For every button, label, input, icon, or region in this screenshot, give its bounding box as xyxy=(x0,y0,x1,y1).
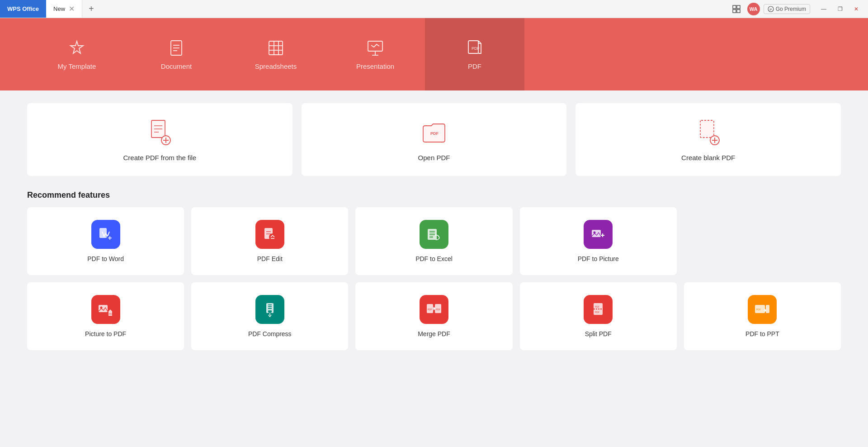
premium-button[interactable]: P Go Premium xyxy=(764,4,810,14)
feature-pdf-to-word[interactable]: PDF to Word xyxy=(27,207,184,275)
feature-pdf-edit[interactable]: PDF Edit xyxy=(191,207,348,275)
svg-rect-46 xyxy=(429,236,433,238)
wps-logo[interactable]: WPS Office xyxy=(0,0,46,18)
avatar[interactable]: WA xyxy=(747,3,760,15)
feature-picture-to-pdf[interactable]: PDF Picture to PDF xyxy=(27,282,184,350)
nav-presentation-label: Presentation xyxy=(356,62,394,70)
close-window-button[interactable]: ✕ xyxy=(848,3,864,15)
svg-rect-1 xyxy=(737,5,740,9)
svg-text:P: P xyxy=(769,7,772,11)
tab-label: New xyxy=(53,5,65,12)
svg-marker-6 xyxy=(71,41,83,53)
feature-pdf-to-excel[interactable]: PDF to Excel xyxy=(355,207,512,275)
svg-text:PDF: PDF xyxy=(756,308,761,311)
nav-spreadsheets-label: Spreadsheets xyxy=(255,62,297,70)
create-blank-pdf-label: Create blank PDF xyxy=(681,154,735,162)
top-cards-row: Create PDF from the file PDF Open PDF Cr… xyxy=(27,103,841,176)
feature-pdf-to-ppt[interactable]: PDF PDF to PPT xyxy=(684,282,841,350)
create-pdf-from-file-card[interactable]: Create PDF from the file xyxy=(27,103,292,176)
restore-button[interactable]: ❐ xyxy=(832,3,848,15)
nav-pdf-label: PDF xyxy=(468,62,481,70)
svg-text:PDF: PDF xyxy=(595,305,599,308)
create-blank-pdf-card[interactable]: Create blank PDF xyxy=(576,103,841,176)
titlebar: WPS Office New ✕ + WA P Go Premium — ❐ ✕ xyxy=(0,0,868,18)
titlebar-right: WA P Go Premium — ❐ ✕ xyxy=(729,2,868,16)
svg-rect-56 xyxy=(268,310,272,312)
close-tab-icon[interactable]: ✕ xyxy=(69,5,75,13)
svg-text:PDF: PDF xyxy=(430,131,439,136)
svg-text:PDF: PDF xyxy=(436,308,440,311)
svg-point-40 xyxy=(269,233,276,241)
open-pdf-label: Open PDF xyxy=(418,154,450,162)
feature-picture-to-pdf-label: Picture to PDF xyxy=(85,330,126,338)
window-controls: — ❐ ✕ xyxy=(816,3,864,15)
svg-text:PDF: PDF xyxy=(428,308,432,311)
nav-document[interactable]: Document xyxy=(127,18,226,90)
category-navbar: My Template Document Spreadsheets Presen xyxy=(0,18,868,90)
features-row2: PDF Picture to PDF PDF Com xyxy=(27,282,841,350)
feature-merge-pdf[interactable]: PDF PDF Merge PDF xyxy=(355,282,512,350)
feature-pdf-to-word-label: PDF to Word xyxy=(87,255,124,262)
nav-spreadsheets[interactable]: Spreadsheets xyxy=(226,18,326,90)
new-tab[interactable]: New ✕ xyxy=(46,0,82,18)
feature-pdf-to-picture-label: PDF to Picture xyxy=(578,255,619,262)
nav-presentation[interactable]: Presentation xyxy=(326,18,425,90)
svg-rect-31 xyxy=(700,120,714,138)
svg-rect-0 xyxy=(733,5,736,9)
feature-merge-pdf-label: Merge PDF xyxy=(418,330,450,338)
recommend-section-title: Recommend features xyxy=(27,190,841,200)
layout-icon[interactable] xyxy=(729,2,744,16)
feature-pdf-compress[interactable]: PDF Compress xyxy=(191,282,348,350)
feature-pdf-compress-label: PDF Compress xyxy=(248,330,292,338)
nav-pdf[interactable]: PDF PDF xyxy=(425,18,524,90)
main-content: Create PDF from the file PDF Open PDF Cr… xyxy=(0,90,868,447)
svg-rect-2 xyxy=(733,10,736,13)
new-tab-button[interactable]: + xyxy=(82,0,100,18)
empty-slot-1 xyxy=(684,207,841,275)
feature-pdf-to-excel-label: PDF to Excel xyxy=(415,255,453,262)
svg-rect-44 xyxy=(429,231,435,233)
features-row1: PDF to Word PDF Edit xyxy=(27,207,841,275)
feature-pdf-to-ppt-label: PDF to PPT xyxy=(745,330,779,338)
svg-text:PDF: PDF xyxy=(109,313,113,315)
create-pdf-from-file-label: Create PDF from the file xyxy=(123,154,196,162)
svg-rect-45 xyxy=(429,233,435,235)
minimize-button[interactable]: — xyxy=(816,3,832,15)
svg-rect-3 xyxy=(737,10,740,13)
feature-split-pdf[interactable]: PDF PDF Split PDF xyxy=(520,282,677,350)
feature-split-pdf-label: Split PDF xyxy=(585,330,612,338)
open-pdf-card[interactable]: PDF Open PDF xyxy=(302,103,567,176)
svg-text:PDF: PDF xyxy=(595,311,599,314)
svg-rect-11 xyxy=(269,41,283,55)
premium-label: Go Premium xyxy=(776,6,806,12)
nav-document-label: Document xyxy=(161,62,192,70)
nav-my-template[interactable]: My Template xyxy=(27,18,127,90)
nav-my-template-label: My Template xyxy=(58,62,96,70)
svg-text:PDF: PDF xyxy=(472,46,480,51)
svg-rect-68 xyxy=(766,305,769,313)
feature-pdf-to-picture[interactable]: PDF to Picture xyxy=(520,207,677,275)
feature-pdf-edit-label: PDF Edit xyxy=(257,255,283,262)
